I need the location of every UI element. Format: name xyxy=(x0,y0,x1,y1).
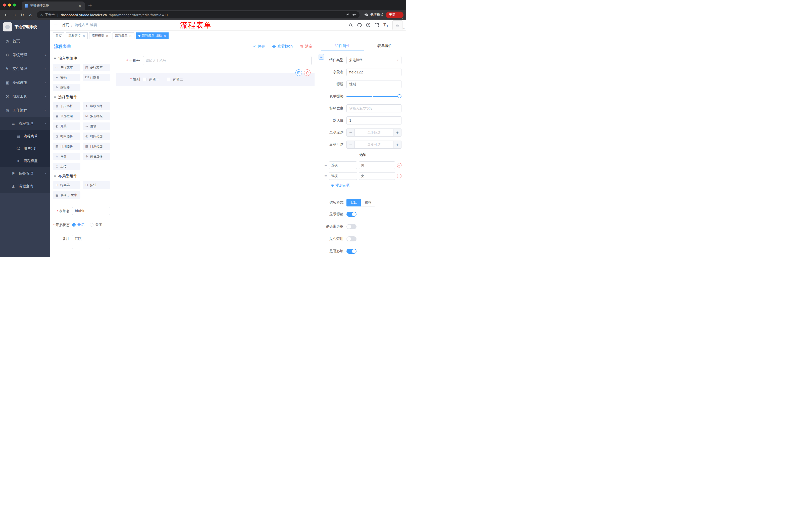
tab-close-icon[interactable]: × xyxy=(78,4,82,8)
palette-item-switch[interactable]: ◐开关 xyxy=(53,123,80,130)
delete-field-button[interactable] xyxy=(304,70,311,76)
sidebar-item-process-form[interactable]: ▤ 流程表单 xyxy=(0,130,50,142)
new-tab-button[interactable]: + xyxy=(88,3,92,8)
github-icon[interactable] xyxy=(357,23,362,27)
checkbox-icon[interactable] xyxy=(167,78,170,81)
toolbar-overflow-caret-icon[interactable]: ▾ xyxy=(402,17,403,19)
user-avatar[interactable] xyxy=(393,20,403,30)
field-name-input[interactable] xyxy=(346,68,402,76)
update-button[interactable]: 更新 ⋮ xyxy=(386,11,404,18)
help-icon[interactable]: ? xyxy=(366,23,370,27)
close-icon[interactable]: × xyxy=(129,34,132,37)
minus-icon[interactable]: − xyxy=(347,141,355,148)
option-1-value-input[interactable] xyxy=(359,161,395,169)
palette-item-time-picker[interactable]: ◷时间选择 xyxy=(53,133,80,140)
palette-item-date-range[interactable]: ▩日期范围 xyxy=(83,142,110,150)
max-select-value[interactable]: 最多可选 xyxy=(355,141,393,148)
grid-slider[interactable] xyxy=(346,96,400,97)
slider-handle[interactable] xyxy=(398,94,402,98)
window-close-button[interactable] xyxy=(3,3,6,6)
show-label-switch[interactable] xyxy=(346,212,356,217)
required-switch[interactable] xyxy=(346,249,356,254)
reload-icon[interactable]: ↻ xyxy=(19,11,26,19)
drag-handle-icon[interactable]: ≡ xyxy=(324,163,327,167)
label-width-input[interactable] xyxy=(346,104,402,112)
palette-item-rate[interactable]: ☆评分 xyxy=(53,153,80,160)
phone-input[interactable] xyxy=(143,56,312,65)
address-bar[interactable]: ⚠ 不安全 | dashboard.yudao.iocoder.cn /bpm/… xyxy=(37,11,359,18)
form-name-input[interactable] xyxy=(72,207,110,215)
min-select-value[interactable]: 至少应选 xyxy=(355,129,393,136)
palette-item-radio-group[interactable]: ◉单选框组 xyxy=(53,112,80,120)
tag-process-form[interactable]: 流程表单 × xyxy=(113,32,135,39)
style-button-button[interactable]: 按钮 xyxy=(361,199,375,207)
clear-button[interactable]: 清空 xyxy=(300,44,313,49)
option-2-value-input[interactable] xyxy=(359,172,395,180)
add-option-button[interactable]: ⊕ 添加选项 xyxy=(324,183,402,188)
fullscreen-icon[interactable] xyxy=(375,23,379,27)
browser-menu-icon[interactable]: ⋮ xyxy=(398,13,401,17)
sidebar-item-process-mgmt[interactable]: ≡ 流程管理 ∧ xyxy=(0,117,50,130)
hamburger-icon[interactable]: ≡ xyxy=(54,22,58,28)
bookmark-star-icon[interactable] xyxy=(352,13,356,17)
palette-item-counter[interactable]: 123计数器 xyxy=(83,74,110,81)
close-icon[interactable]: × xyxy=(106,34,109,37)
palette-item-row-container[interactable]: ⊞行容器 xyxy=(53,181,80,189)
sidebar-item-devtools[interactable]: ⚒ 研发工具 ∨ xyxy=(0,89,50,103)
remove-option-icon[interactable]: − xyxy=(397,163,402,167)
tag-process-form-edit[interactable]: 流程表单-编辑 × xyxy=(136,32,169,39)
palette-item-upload[interactable]: ↥上传 xyxy=(53,163,80,170)
palette-item-single-text[interactable]: ▭单行文本 xyxy=(53,64,80,71)
canvas-field-phone[interactable]: *手机号 xyxy=(116,56,315,65)
copy-field-button[interactable] xyxy=(295,70,302,76)
tag-process-definition[interactable]: 流程定义 × xyxy=(66,32,88,39)
checkbox-option-1[interactable]: 选项一 xyxy=(143,77,159,82)
browser-tab[interactable]: 芋道管理系统 × xyxy=(22,1,85,10)
sidebar-item-process-model[interactable]: ➤ 流程模型 xyxy=(0,155,50,167)
radio-closed[interactable]: 关闭 xyxy=(90,222,102,227)
style-default-button[interactable]: 默认 xyxy=(346,199,361,207)
option-1-name-input[interactable] xyxy=(329,161,357,169)
remove-option-icon[interactable]: − xyxy=(397,174,402,178)
palette-item-password[interactable]: ✦密码 xyxy=(53,74,80,81)
save-button[interactable]: ✓ 保存 xyxy=(253,44,265,49)
window-zoom-button[interactable] xyxy=(13,3,16,6)
palette-item-textarea[interactable]: ▤多行文本 xyxy=(83,64,110,71)
sidebar-item-leave-query[interactable]: ♟ 请假查询 xyxy=(0,180,50,193)
close-icon[interactable]: × xyxy=(163,34,166,37)
minus-icon[interactable]: − xyxy=(347,129,355,136)
border-switch[interactable] xyxy=(346,224,356,229)
palette-item-editor[interactable]: ✎编辑器 xyxy=(53,84,80,91)
palette-item-table[interactable]: ▦表格[开发中] xyxy=(53,191,80,199)
component-type-select[interactable]: 多选框组 ∨ xyxy=(346,56,402,64)
window-minimize-button[interactable] xyxy=(8,3,11,6)
plus-icon[interactable]: + xyxy=(393,141,401,148)
forward-icon[interactable]: → xyxy=(10,11,18,19)
default-value-input[interactable] xyxy=(346,116,402,125)
home-icon[interactable]: ⌂ xyxy=(27,11,34,19)
title-input[interactable] xyxy=(346,80,402,88)
sidebar-item-payment[interactable]: ¥ 支付管理 ∨ xyxy=(0,62,50,76)
palette-item-cascader[interactable]: ⋔级联选择 xyxy=(83,102,110,110)
disabled-switch[interactable] xyxy=(346,236,356,241)
link-icon[interactable]: ∞ xyxy=(319,54,324,60)
checkbox-icon[interactable] xyxy=(143,78,146,81)
close-icon[interactable]: × xyxy=(82,34,85,37)
palette-item-time-range[interactable]: ◴时间范围 xyxy=(83,133,110,140)
view-json-button[interactable]: 查看json xyxy=(272,44,293,49)
tag-process-model[interactable]: 流程模型 × xyxy=(89,32,111,39)
password-key-icon[interactable] xyxy=(345,13,349,17)
option-2-name-input[interactable] xyxy=(329,172,357,180)
sidebar-item-workflow[interactable]: ▧ 工作流程 ∧ xyxy=(0,103,50,117)
palette-item-date-picker[interactable]: ▦日期选择 xyxy=(53,142,80,150)
drag-handle-icon[interactable]: ≡ xyxy=(324,174,327,178)
plus-icon[interactable]: + xyxy=(393,129,401,136)
tag-home[interactable]: 首页 xyxy=(53,32,64,39)
radio-open[interactable]: 开启 xyxy=(72,222,84,227)
tab-form-props[interactable]: 表单属性 xyxy=(364,41,406,51)
palette-item-checkbox-group[interactable]: ☑多选框组 xyxy=(83,112,110,120)
sidebar-item-task-mgmt[interactable]: ⚑ 任务管理 ∨ xyxy=(0,167,50,180)
canvas-field-gender[interactable]: *性别 选项一 选项二 xyxy=(116,73,315,86)
palette-item-select[interactable]: ◎下拉选择 xyxy=(53,102,80,110)
sidebar-item-home[interactable]: ◔ 首页 xyxy=(0,34,50,48)
